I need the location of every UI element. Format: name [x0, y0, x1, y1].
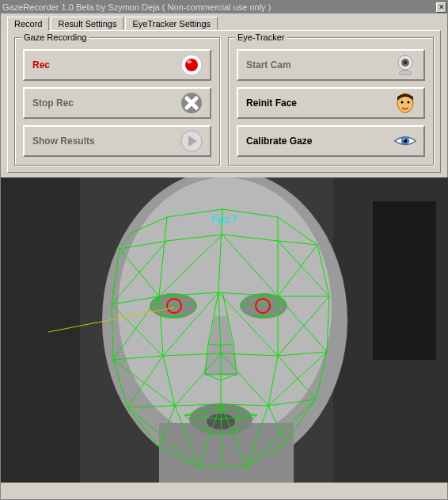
start-cam-button[interactable]: Start Cam: [237, 49, 425, 81]
reinit-face-button-label: Reinit Face: [246, 97, 297, 109]
svg-point-7: [404, 61, 407, 64]
start-cam-button-label: Start Cam: [246, 59, 291, 71]
tab-record[interactable]: Record: [7, 17, 49, 31]
close-button[interactable]: ✕: [436, 2, 446, 13]
play-icon: [180, 129, 203, 153]
svg-point-10: [408, 101, 410, 104]
camera-preview: Fps:7: [1, 177, 448, 483]
svg-rect-17: [373, 201, 436, 360]
show-results-button[interactable]: Show Results: [23, 125, 211, 157]
app-window: GazeRecorder 1.0 Beta by Szymon Deja ( N…: [0, 0, 448, 500]
stop-icon: [180, 91, 203, 115]
group-gaze-recording: Gaze Recording Rec Stop Rec Show Results: [14, 37, 220, 166]
record-icon: [180, 53, 203, 77]
group-eye-tracker: Eye-Tracker Start Cam Reinit Face Calibr…: [228, 37, 434, 166]
webcam-icon: [393, 53, 417, 77]
calibrate-gaze-button[interactable]: Calibrate Gaze: [237, 125, 425, 157]
rec-button[interactable]: Rec: [23, 49, 211, 81]
tab-strip: Record Result Settings EyeTracker Settin…: [1, 13, 447, 30]
svg-point-1: [185, 59, 198, 71]
show-results-button-label: Show Results: [32, 135, 95, 147]
svg-point-9: [401, 101, 404, 104]
group-eye-tracker-legend: Eye-Tracker: [235, 32, 287, 42]
titlebar: GazeRecorder 1.0 Beta by Szymon Deja ( N…: [1, 1, 447, 13]
svg-rect-15: [1, 177, 80, 483]
svg-point-13: [403, 139, 404, 140]
calibrate-gaze-button-label: Calibrate Gaze: [246, 135, 312, 147]
face-icon: [393, 91, 417, 115]
svg-point-2: [187, 60, 192, 63]
tab-panel-record: Gaze Recording Rec Stop Rec Show Results: [7, 30, 441, 173]
reinit-face-button[interactable]: Reinit Face: [237, 87, 425, 119]
tab-result-settings[interactable]: Result Settings: [51, 17, 123, 30]
close-icon: ✕: [439, 4, 445, 11]
svg-point-22: [240, 293, 287, 319]
fps-overlay: Fps:7: [212, 213, 238, 225]
rec-button-label: Rec: [32, 59, 50, 71]
group-gaze-recording-legend: Gaze Recording: [21, 32, 89, 42]
stop-rec-button[interactable]: Stop Rec: [23, 87, 211, 119]
titlebar-text: GazeRecorder 1.0 Beta by Szymon Deja ( N…: [2, 2, 271, 12]
eye-icon: [393, 129, 417, 153]
stop-rec-button-label: Stop Rec: [32, 97, 74, 109]
tab-eyetracker-settings[interactable]: EyeTracker Settings: [125, 17, 218, 30]
